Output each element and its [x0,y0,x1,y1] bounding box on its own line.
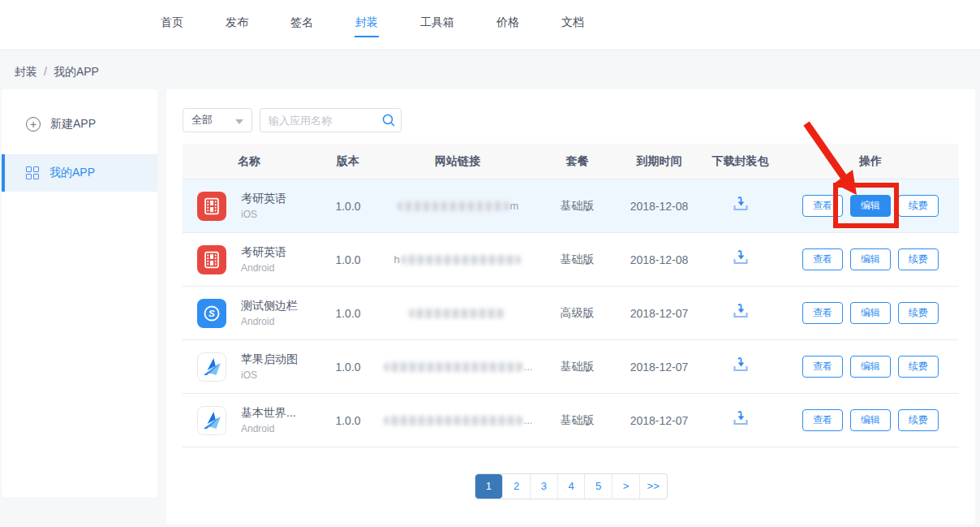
paper-bird-icon [200,409,223,432]
renew-button[interactable]: 续费 [898,409,939,431]
nav-item-label: 工具箱 [420,15,454,28]
sidebar-item-my-app[interactable]: 我的APP [2,154,157,192]
renew-button[interactable]: 续费 [898,248,939,270]
search-icon[interactable] [381,113,396,127]
name-cell: 考研英语 iOS [183,192,316,221]
app-expiry: 2018-12-07 [620,361,698,374]
category-select[interactable]: 全部 [183,108,252,132]
app-table: 名称 版本 网站链接 套餐 到期时间 下载封装包 操作 考研英语 iOS 1 [183,144,959,447]
nav-item[interactable]: 封装 [355,12,379,37]
pagination: 1 2 3 4 5 > >> [475,473,668,499]
header-url: 网站链接 [380,154,535,169]
edit-button[interactable]: 编辑 [850,248,891,270]
app-plan: 基础版 [535,413,620,428]
url-cell: h [380,253,535,266]
nav-item[interactable]: 价格 [496,12,520,37]
search-input[interactable] [260,108,402,132]
edit-button[interactable]: 编辑 [850,195,891,217]
view-button[interactable]: 查看 [802,409,843,431]
chevron-down-icon [235,119,243,124]
download-icon[interactable] [731,303,750,324]
edit-button[interactable]: 编辑 [850,302,891,324]
sidebar-item-label: 我的APP [49,166,95,180]
app-expiry: 2018-12-07 [620,307,698,320]
svg-text:S: S [208,308,215,318]
app-version: 1.0.0 [316,307,380,320]
url-trail: m [510,200,519,212]
nav-item[interactable]: 文档 [561,12,585,37]
url-blurred [384,416,523,425]
app-name: 基本世界... [241,406,296,421]
nav-item[interactable]: 工具箱 [419,12,455,37]
breadcrumb-current: 我的APP [54,65,99,78]
app-expiry: 2018-12-08 [620,200,698,213]
nav-item[interactable]: 首页 [160,12,184,37]
header-expiry: 到期时间 [620,154,698,169]
s-compass-icon: S [200,302,223,325]
header-version: 版本 [316,154,380,169]
url-trail: ... [524,361,533,373]
name-cell: 基本世界... Android [183,406,316,435]
app-name: 测试侧边栏 [241,299,298,313]
app-icon [197,406,226,435]
app-icon: S [197,299,226,328]
nav-item-label: 封装 [355,15,378,28]
table-header: 名称 版本 网站链接 套餐 到期时间 下载封装包 操作 [183,144,959,179]
url-cell: m [380,200,535,212]
name-cell: S 测试侧边栏 Android [183,299,316,328]
url-lead: h [393,253,399,266]
nav-item[interactable]: 发布 [225,12,249,37]
app-platform: Android [241,423,296,434]
view-button[interactable]: 查看 [802,356,843,378]
sidebar-item-new-app[interactable]: 新建APP [2,106,157,143]
app-plan: 高级版 [535,306,620,321]
renew-button[interactable]: 续费 [898,302,939,324]
renew-button[interactable]: 续费 [898,356,939,378]
header-download: 下载封装包 [698,154,782,169]
next-page-button[interactable]: > [612,474,639,499]
last-page-button[interactable]: >> [639,474,667,499]
actions-cell: 查看 编辑 续费 [782,409,959,431]
name-cell: 考研英语 Android [183,245,316,274]
header-name: 名称 [183,154,316,169]
app-platform: Android [241,262,286,274]
renew-button[interactable]: 续费 [898,195,939,217]
url-trail: ... [524,414,533,426]
url-blurred [409,309,506,318]
top-nav: 首页 发布 签名 封装 工具箱 价格 文档 [0,0,980,50]
app-version: 1.0.0 [316,414,380,427]
page-button[interactable]: 2 [502,474,530,499]
film-icon [201,249,222,270]
app-plan: 基础版 [535,360,620,374]
url-cell: ... [380,361,535,373]
table-row: 基本世界... Android 1.0.0 ... 基础版 2018-12-07 [183,394,959,447]
download-icon[interactable] [731,356,750,378]
app-expiry: 2018-12-07 [620,414,698,427]
app-icon [197,352,226,382]
download-icon[interactable] [731,410,750,431]
url-blurred [401,255,521,265]
table-row: S 测试侧边栏 Android 1.0.0 高级版 2018-12-07 [183,287,959,340]
view-button[interactable]: 查看 [802,248,843,270]
download-icon[interactable] [731,196,750,217]
nav-item[interactable]: 签名 [290,12,314,37]
view-button[interactable]: 查看 [802,195,843,217]
app-name: 苹果启动图 [241,352,298,367]
edit-button[interactable]: 编辑 [850,409,891,431]
app-plan: 基础版 [535,253,620,267]
download-icon[interactable] [731,249,750,270]
edit-button[interactable]: 编辑 [850,356,891,378]
view-button[interactable]: 查看 [802,302,843,324]
breadcrumb: 封装/我的APP [15,65,99,80]
breadcrumb-section[interactable]: 封装 [15,65,37,78]
app-icon [197,192,226,221]
page-button[interactable]: 1 [475,474,503,499]
nav-item-label: 价格 [496,15,519,28]
app-version: 1.0.0 [316,253,380,266]
film-icon [201,196,222,217]
page-button[interactable]: 5 [584,474,612,499]
app-icon [197,245,226,274]
page-button[interactable]: 4 [557,474,585,499]
page-button[interactable]: 3 [530,474,557,499]
url-blurred [398,201,509,211]
